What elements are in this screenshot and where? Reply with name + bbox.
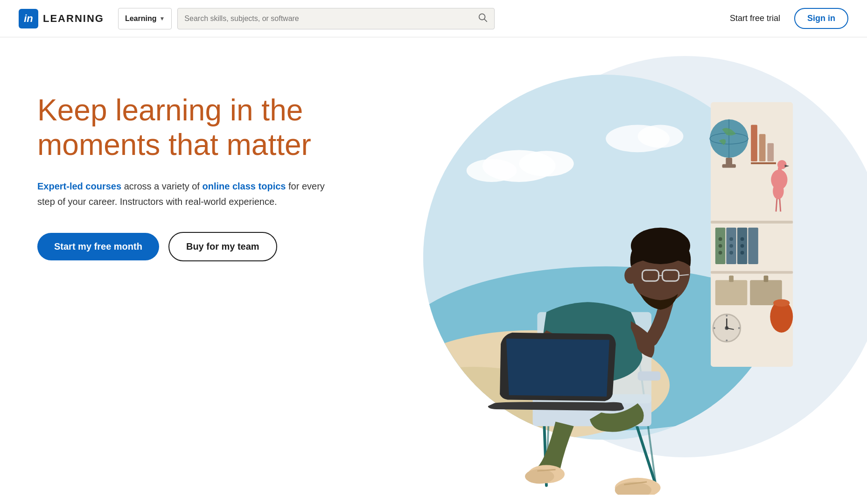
hero-section: Keep learning in the moments that matter… xyxy=(0,37,867,495)
logo-link[interactable]: in LEARNING xyxy=(19,9,104,28)
svg-point-37 xyxy=(729,251,733,255)
sign-in-button[interactable]: Sign in xyxy=(794,8,848,29)
svg-rect-31 xyxy=(748,228,758,264)
search-input[interactable] xyxy=(184,14,473,23)
svg-line-25 xyxy=(780,199,781,211)
logo-text: LEARNING xyxy=(43,13,104,25)
svg-point-50 xyxy=(726,315,727,317)
svg-rect-17 xyxy=(722,164,736,168)
svg-rect-41 xyxy=(711,271,793,274)
illustration-scene xyxy=(345,75,830,495)
svg-point-35 xyxy=(729,237,733,241)
svg-point-33 xyxy=(719,244,722,248)
svg-point-36 xyxy=(729,244,733,248)
hero-description: Expert-led courses across a variety of o… xyxy=(37,179,327,210)
svg-rect-21 xyxy=(751,162,776,164)
chevron-down-icon: ▼ xyxy=(159,15,165,22)
header: in LEARNING Learning ▼ Start free trial … xyxy=(0,0,867,37)
svg-rect-56 xyxy=(775,303,788,305)
svg-point-5 xyxy=(519,151,573,176)
start-free-month-button[interactable]: Start my free month xyxy=(37,233,159,260)
svg-rect-64 xyxy=(638,371,661,381)
start-free-trial-link[interactable]: Start free trial xyxy=(730,14,780,23)
svg-point-23 xyxy=(773,183,783,199)
hero-title: Keep learning in the moments that matter xyxy=(37,93,364,162)
nav-dropdown-label: Learning xyxy=(125,14,157,23)
expert-led-courses-link[interactable]: Expert-led courses xyxy=(37,181,124,191)
svg-point-74 xyxy=(624,267,637,284)
svg-point-52 xyxy=(726,339,727,341)
svg-line-24 xyxy=(776,199,777,211)
svg-point-53 xyxy=(713,327,715,329)
search-icon[interactable] xyxy=(477,12,488,25)
svg-line-1 xyxy=(484,19,487,21)
svg-rect-42 xyxy=(715,280,747,305)
svg-point-32 xyxy=(719,237,722,241)
buy-for-team-button[interactable]: Buy for my team xyxy=(168,232,277,261)
svg-point-6 xyxy=(467,159,517,182)
svg-point-38 xyxy=(741,237,744,241)
svg-point-34 xyxy=(719,251,722,255)
svg-point-51 xyxy=(738,327,740,329)
learning-nav-dropdown[interactable]: Learning ▼ xyxy=(118,8,172,29)
svg-rect-19 xyxy=(759,134,766,161)
hero-content: Keep learning in the moments that matter… xyxy=(37,75,364,261)
svg-point-8 xyxy=(638,125,684,148)
search-bar xyxy=(177,8,495,29)
svg-rect-16 xyxy=(726,158,732,165)
svg-rect-44 xyxy=(729,275,734,282)
svg-rect-45 xyxy=(764,275,769,282)
svg-rect-20 xyxy=(767,143,774,161)
svg-rect-27 xyxy=(711,221,793,224)
online-class-topics-link[interactable]: online class topics xyxy=(202,181,288,191)
header-right: Start free trial Sign in xyxy=(730,8,848,29)
hero-buttons: Start my free month Buy for my team xyxy=(37,232,364,261)
hero-illustration xyxy=(345,75,830,495)
svg-point-40 xyxy=(741,251,744,255)
svg-point-39 xyxy=(741,244,744,248)
svg-point-26 xyxy=(777,160,787,169)
linkedin-logo-icon: in xyxy=(19,9,38,28)
svg-rect-18 xyxy=(751,125,757,161)
